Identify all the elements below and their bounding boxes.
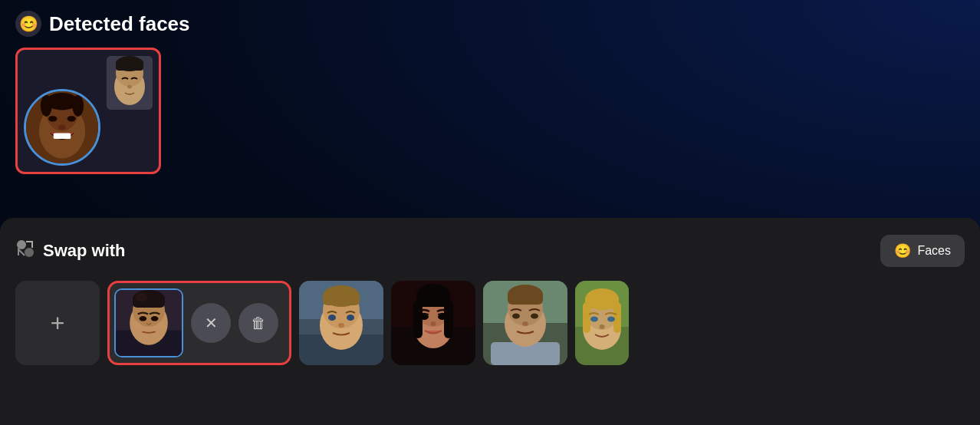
svg-point-48: [438, 314, 447, 320]
selected-face-item[interactable]: ✕ 🗑: [107, 281, 291, 365]
svg-point-60: [522, 321, 528, 326]
svg-rect-57: [508, 291, 543, 305]
swap-header: Swap with 😊 Faces: [15, 235, 965, 267]
svg-point-24: [136, 293, 147, 301]
face-item-4[interactable]: [483, 281, 567, 365]
svg-point-47: [419, 314, 429, 320]
delete-face-button[interactable]: 🗑: [238, 303, 278, 343]
selected-face-svg: [116, 290, 182, 356]
svg-point-70: [607, 317, 615, 322]
faces-button-label: Faces: [917, 244, 951, 258]
svg-point-49: [431, 321, 436, 326]
face-svg-thumb: [107, 56, 153, 110]
svg-point-69: [590, 317, 598, 322]
svg-point-9: [58, 124, 65, 130]
face-item-2[interactable]: [299, 281, 383, 365]
svg-point-71: [600, 325, 605, 329]
thumb-face: [107, 56, 153, 110]
svg-rect-8: [54, 133, 71, 140]
svg-point-17: [25, 248, 34, 257]
tooltip-arrow: [79, 172, 97, 174]
face-svg-main: [26, 91, 98, 163]
svg-rect-67: [583, 302, 590, 333]
bottom-panel: Swap with 😊 Faces +: [0, 218, 980, 425]
svg-point-37: [347, 315, 354, 321]
faces-button-icon: 😊: [894, 242, 911, 259]
svg-point-28: [157, 321, 166, 328]
page-title: Detected faces: [49, 12, 190, 36]
face-svg-4: [483, 281, 567, 365]
face-svg-3: [391, 281, 475, 365]
close-icon: ✕: [205, 314, 218, 332]
svg-point-4: [41, 95, 52, 117]
add-face-button[interactable]: +: [15, 281, 100, 365]
swap-icon: [15, 239, 35, 263]
faces-button[interactable]: 😊 Faces: [880, 235, 965, 267]
swap-title-row: Swap with: [15, 239, 126, 263]
svg-point-27: [132, 321, 140, 328]
face-item-3[interactable]: [391, 281, 475, 365]
face-svg-2: [299, 281, 383, 365]
deselect-face-button[interactable]: ✕: [191, 303, 231, 343]
selected-face-image: [114, 288, 183, 357]
main-face-circle: [24, 89, 100, 166]
svg-point-15: [127, 85, 132, 89]
svg-point-38: [338, 323, 344, 328]
svg-point-16: [17, 240, 26, 249]
svg-rect-14: [116, 60, 143, 71]
top-section: 😊 Detected faces: [0, 0, 980, 185]
face-items-row: +: [15, 281, 965, 365]
svg-rect-68: [613, 302, 621, 333]
svg-point-36: [328, 315, 336, 321]
swap-label: Swap with: [43, 241, 126, 261]
section-icon: 😊: [15, 11, 41, 37]
svg-point-5: [72, 95, 84, 117]
plus-icon: +: [51, 309, 65, 338]
svg-point-7: [67, 116, 76, 122]
svg-point-26: [151, 316, 159, 321]
face-item-5[interactable]: [575, 281, 629, 365]
svg-point-25: [140, 316, 147, 321]
section-title-row: 😊 Detected faces: [15, 11, 965, 37]
svg-point-58: [512, 314, 520, 319]
smiley-icon: 😊: [19, 15, 38, 33]
swap-arrows-icon: [15, 239, 35, 259]
face-svg-5: [575, 281, 629, 365]
svg-point-59: [531, 314, 538, 319]
detected-face-card[interactable]: [15, 48, 161, 174]
trash-icon: 🗑: [251, 315, 266, 332]
svg-rect-35: [323, 292, 360, 305]
svg-point-6: [48, 116, 57, 122]
